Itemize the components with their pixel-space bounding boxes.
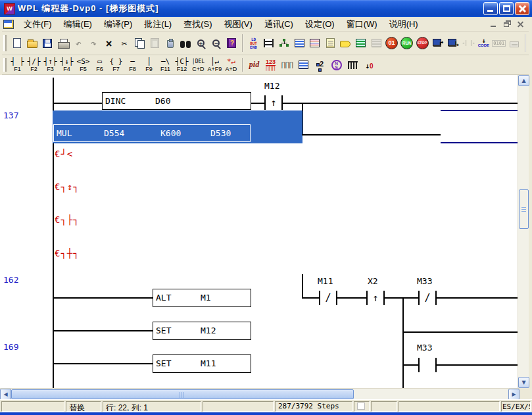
close-button[interactable]: [515, 2, 529, 15]
binary-view-button[interactable]: 0101: [491, 34, 506, 53]
scroll-up-button[interactable]: ▲: [518, 75, 529, 86]
upload-program-button[interactable]: ↱: [430, 34, 445, 53]
menu-communication[interactable]: 通讯(C): [258, 16, 299, 32]
contact-x2-rising[interactable]: ↑: [366, 291, 385, 305]
toolbar-grip[interactable]: [3, 35, 7, 51]
monitor-table-button[interactable]: [353, 34, 368, 53]
maximize-button[interactable]: [499, 2, 514, 15]
delete-icon: ×: [105, 37, 112, 50]
mdi-minimize-button[interactable]: [489, 19, 500, 29]
force-coil-button[interactable]: [506, 34, 521, 53]
vertical-scroll-thumb[interactable]: [519, 189, 529, 229]
plc-stop-button[interactable]: STOP: [414, 34, 429, 53]
minimize-button[interactable]: [483, 2, 498, 15]
device-table-button[interactable]: [292, 34, 307, 53]
contact-m11-nc[interactable]: /: [319, 291, 337, 305]
menu-window[interactable]: 窗口(W): [341, 16, 383, 32]
undo-button[interactable]: ↶: [70, 34, 85, 53]
instruction-box-alt[interactable]: ALT M1: [153, 289, 251, 307]
reset-zero-button[interactable]: ↓0: [361, 57, 377, 74]
f9-vline-button[interactable]: │F9: [141, 57, 157, 74]
vertical-scrollbar[interactable]: ▲ ▼: [518, 75, 529, 388]
selection-highlight[interactable]: MUL D554 K600 D530: [53, 110, 302, 143]
force-contact-button[interactable]: -| |-: [460, 34, 475, 53]
instruction-box-set-m12[interactable]: SET M12: [153, 322, 251, 340]
contact-label-m33b: M33: [417, 343, 432, 353]
f2-contact-closed-button[interactable]: ┤/├F2: [26, 57, 42, 74]
monitor-grid-button[interactable]: [295, 57, 312, 74]
save-button[interactable]: [40, 34, 55, 53]
monitor-table-icon: [356, 39, 366, 47]
scroll-right-button[interactable]: ▶: [508, 389, 520, 400]
pid-button[interactable]: pid: [246, 57, 262, 74]
zoom-out-button[interactable]: −: [208, 34, 224, 53]
instruction-box-mul[interactable]: MUL D554 K600 D530: [53, 124, 251, 142]
value-format-button[interactable]: 123 ∏∏∏: [262, 57, 279, 74]
find-button[interactable]: [178, 34, 193, 53]
horizontal-scrollbar[interactable]: ◀ ▶: [0, 388, 520, 399]
f8-hline-button[interactable]: ─F8: [124, 57, 141, 74]
menu-options[interactable]: 设定(O): [299, 16, 341, 32]
instruction-box-set-m11[interactable]: SET M11: [153, 354, 251, 373]
instruction-box-dinc[interactable]: DINC D60: [102, 92, 251, 110]
plc-mode-01-button[interactable]: 01: [384, 34, 399, 53]
redo-button[interactable]: ↷: [86, 34, 101, 53]
sfc-view-button[interactable]: [277, 34, 292, 53]
paste-button[interactable]: [147, 34, 162, 53]
mdi-restore-button[interactable]: [502, 19, 513, 29]
menu-view[interactable]: 视图(V): [218, 16, 258, 32]
convert-code-button[interactable]: ↓ CODE: [476, 34, 491, 53]
ladder-view-button[interactable]: [261, 34, 276, 53]
delete-button[interactable]: ×: [101, 34, 116, 53]
menu-file[interactable]: 文件(F): [18, 16, 58, 32]
insert-line-button[interactable]: │↵A+F9: [206, 57, 223, 74]
f12-contact-c-button[interactable]: ┤C├F12: [174, 57, 190, 74]
f6-coil-button[interactable]: ▭F6: [91, 57, 108, 74]
mdi-close-button[interactable]: [515, 19, 526, 29]
contact-m33-no[interactable]: [418, 358, 437, 372]
comb-chart-button[interactable]: [345, 57, 361, 74]
program-list-button[interactable]: [322, 34, 337, 53]
instruction-list-view-button[interactable]: LD OUT END: [246, 34, 261, 53]
scale-button[interactable]: 2: [312, 57, 328, 74]
scroll-down-button[interactable]: ▼: [518, 377, 529, 388]
menu-edit[interactable]: 编辑(E): [58, 16, 98, 32]
device-comment-button[interactable]: [162, 34, 178, 53]
ladder-editor[interactable]: 137 162 169 DINC D60 M12 ↑ MUL D554 K600…: [0, 75, 518, 388]
f11-branch-button[interactable]: ─\F11: [157, 57, 174, 74]
falling-edge-icon: ┤↓├: [60, 58, 74, 66]
register-table-button[interactable]: [307, 34, 322, 53]
f4-falling-edge-button[interactable]: ┤↓├F4: [59, 57, 75, 74]
copy-button[interactable]: [132, 34, 147, 53]
open-button[interactable]: [24, 34, 39, 53]
zoom-in-button[interactable]: +: [193, 34, 208, 53]
insert-row-button[interactable]: *↵A+D: [223, 57, 239, 74]
mdi-child-icon[interactable]: [3, 20, 14, 29]
menu-comment[interactable]: 批注(L): [138, 16, 178, 32]
new-button[interactable]: [9, 34, 24, 53]
f3-rising-edge-button[interactable]: ┤↑├F3: [42, 57, 59, 74]
comment-tag-button[interactable]: [338, 34, 353, 53]
help-button[interactable]: ?: [224, 34, 239, 53]
toolbar-grip[interactable]: [3, 58, 7, 71]
delete-vline-icon: │DEL: [192, 58, 205, 66]
delete-vline-button[interactable]: │DELC+D: [190, 57, 206, 74]
menu-help[interactable]: 说明(H): [383, 16, 424, 32]
contact-m33-nc[interactable]: /: [418, 291, 437, 305]
f1-contact-open-button[interactable]: ┤ ├F1: [9, 57, 26, 74]
f5-step-button[interactable]: <S>F5: [75, 57, 91, 74]
download-program-button[interactable]: ↳: [445, 34, 460, 53]
ns-compass-button[interactable]: N S: [328, 57, 345, 74]
plc-run-button[interactable]: RUN: [399, 34, 414, 53]
waveform-button[interactable]: ∏∏∏: [279, 57, 295, 74]
cut-button[interactable]: ✂: [116, 34, 132, 53]
online-monitor-button[interactable]: [368, 34, 383, 53]
contact-m12-rising[interactable]: ↑: [264, 95, 283, 110]
print-button[interactable]: [55, 34, 70, 53]
f7-application-button[interactable]: { }F7: [108, 57, 124, 74]
menu-search[interactable]: 查找(S): [178, 16, 218, 32]
scroll-left-button[interactable]: ◀: [0, 389, 11, 400]
menu-compile[interactable]: 编译(P): [98, 16, 138, 32]
horizontal-scroll-thumb[interactable]: [11, 389, 354, 399]
step-icon: <S>: [77, 58, 90, 66]
